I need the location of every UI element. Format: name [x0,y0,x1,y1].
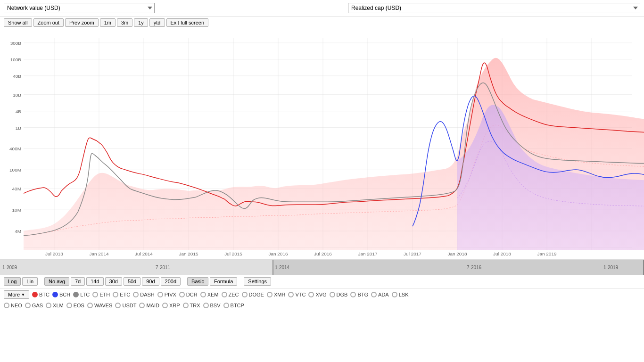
legend-item-pivx[interactable]: PIVX [157,292,176,297]
legend-item-eth[interactable]: ETH [92,292,110,297]
svg-rect-52 [272,260,273,275]
navigator-svg: 1-2009 7-2011 1-2014 7-2016 1-2019 [0,260,644,275]
legend-item-ada[interactable]: ADA [371,292,389,297]
left-dropdown[interactable]: Network value (USD) [4,3,155,13]
neo-label: NEO [11,303,22,308]
legend-item-dcr[interactable]: DCR [179,292,198,297]
eth-radio[interactable] [92,292,98,297]
legend-item-btg[interactable]: BTG [350,292,368,297]
legend-item-doge[interactable]: DOGE [242,292,264,297]
legend-item-etc[interactable]: ETC [113,292,130,297]
exit-fullscreen-button[interactable]: Exit full screen [166,18,209,27]
lsk-radio[interactable] [392,292,397,297]
pivx-radio[interactable] [157,292,163,297]
14d-button[interactable]: 14d [86,277,103,286]
legend-item-dash[interactable]: DASH [133,292,155,297]
ada-radio[interactable] [371,292,377,297]
200d-button[interactable]: 200d [161,277,181,286]
svg-text:10M: 10M [12,207,21,213]
svg-text:100M: 100M [9,167,21,173]
doge-label: DOGE [249,292,264,297]
legend-item-trx[interactable]: TRX [183,303,200,308]
btg-radio[interactable] [350,292,356,297]
eos-radio[interactable] [66,303,72,308]
xvg-radio[interactable] [308,292,314,297]
settings-button[interactable]: Settings [244,277,271,286]
legend-item-maid[interactable]: MAID [139,303,159,308]
legend-item-dgb[interactable]: DGB [330,292,348,297]
btcp-radio[interactable] [223,303,229,308]
90d-button[interactable]: 90d [142,277,159,286]
legend-item-bch[interactable]: BCH [52,292,70,297]
formula-button[interactable]: Formula [210,277,237,286]
right-dropdown[interactable]: Realized cap (USD) [348,3,640,13]
legend-item-xrp[interactable]: XRP [162,303,180,308]
eos-label: EOS [74,303,84,308]
etc-radio[interactable] [113,292,118,297]
maid-radio[interactable] [139,303,145,308]
no-avg-button[interactable]: No avg [44,277,69,286]
more-arrow-icon: ▼ [21,293,25,297]
bsv-radio[interactable] [203,303,209,308]
dash-radio[interactable] [133,292,139,297]
legend-item-btc[interactable]: BTC [32,292,50,297]
waves-radio[interactable] [87,303,93,308]
legend-item-lsk[interactable]: LSK [392,292,409,297]
log-button[interactable]: Log [4,277,21,286]
show-all-button[interactable]: Show all [4,18,32,27]
svg-text:300B: 300B [10,41,22,46]
neo-radio[interactable] [4,303,9,308]
7d-button[interactable]: 7d [71,277,85,286]
waves-label: WAVES [94,303,113,308]
legend-row1: More ▼ BTC BCH LTC ETH ETC DASH PIVX DCR… [0,288,644,301]
legend-item-xmr[interactable]: XMR [267,292,285,297]
basic-button[interactable]: Basic [187,277,208,286]
dcr-radio[interactable] [179,292,185,297]
3m-button[interactable]: 3m [117,18,132,27]
ltc-label: LTC [80,292,90,297]
svg-text:1-2014: 1-2014 [275,265,290,270]
legend-item-zec[interactable]: ZEC [222,292,239,297]
legend-item-ltc[interactable]: LTC [73,292,90,297]
usdt-radio[interactable] [115,303,121,308]
doge-radio[interactable] [242,292,248,297]
btcp-label: BTCP [231,303,244,308]
legend-item-bsv[interactable]: BSV [203,303,221,308]
dgb-radio[interactable] [330,292,335,297]
zec-radio[interactable] [222,292,227,297]
legend-item-xvg[interactable]: XVG [308,292,326,297]
legend-item-vtc[interactable]: VTC [288,292,305,297]
svg-text:1-2009: 1-2009 [2,265,17,270]
lin-button[interactable]: Lin [22,277,38,286]
vtc-radio[interactable] [288,292,294,297]
trx-radio[interactable] [183,303,189,308]
legend-item-eos[interactable]: EOS [66,303,84,308]
legend-item-usdt[interactable]: USDT [115,303,136,308]
legend-item-btcp[interactable]: BTCP [223,303,244,308]
navigator-bar[interactable]: 1-2009 7-2011 1-2014 7-2016 1-2019 [0,260,644,275]
legend-item-waves[interactable]: WAVES [87,303,113,308]
btc-radio[interactable] [32,292,38,297]
xem-radio[interactable] [200,292,206,297]
gas-radio[interactable] [25,303,31,308]
svg-text:Jul 2014: Jul 2014 [135,251,153,256]
legend-item-xlm[interactable]: XLM [46,303,64,308]
prev-zoom-button[interactable]: Prev zoom [65,18,99,27]
ltc-radio[interactable] [73,292,79,297]
legend-item-xem[interactable]: XEM [200,292,219,297]
legend-item-gas[interactable]: GAS [25,303,43,308]
eth-label: ETH [99,292,110,297]
more-button[interactable]: More ▼ [4,290,29,299]
xlm-radio[interactable] [46,303,51,308]
zec-label: ZEC [229,292,239,297]
zoom-out-button[interactable]: Zoom out [33,18,64,27]
legend-item-neo[interactable]: NEO [4,303,22,308]
30d-button[interactable]: 30d [105,277,122,286]
1m-button[interactable]: 1m [100,18,116,27]
50d-button[interactable]: 50d [124,277,140,286]
ytd-button[interactable]: ytd [149,18,165,27]
xmr-radio[interactable] [267,292,272,297]
xrp-radio[interactable] [162,303,168,308]
bch-radio[interactable] [52,292,58,297]
1y-button[interactable]: 1y [134,18,148,27]
